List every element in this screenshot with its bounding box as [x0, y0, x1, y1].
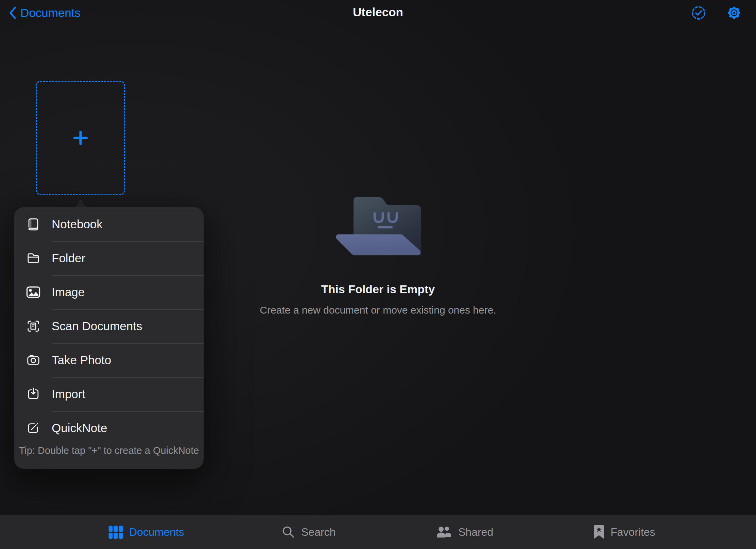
- search-icon: [281, 525, 295, 539]
- menu-item-label: Image: [52, 285, 85, 299]
- notebook-icon: [24, 217, 42, 231]
- tab-label: Favorites: [611, 526, 655, 538]
- tab-shared[interactable]: Shared: [436, 515, 493, 549]
- image-icon: [24, 286, 42, 299]
- new-document-tile[interactable]: [36, 81, 125, 195]
- tab-favorites[interactable]: Favorites: [593, 515, 655, 549]
- tab-bar: Documents Search Shared Favorite: [0, 515, 756, 549]
- menu-item-label: Import: [52, 387, 85, 401]
- menu-item-folder[interactable]: Folder: [14, 241, 204, 275]
- quicknote-icon: [24, 421, 42, 435]
- tab-label: Shared: [458, 526, 493, 538]
- empty-folder-illustration: [334, 196, 422, 258]
- settings-gear-icon[interactable]: [726, 5, 742, 22]
- tab-label: Documents: [129, 526, 184, 538]
- bookmark-star-icon: [593, 525, 605, 539]
- menu-item-quicknote[interactable]: QuickNote: [14, 411, 204, 445]
- tab-documents[interactable]: Documents: [108, 515, 184, 549]
- scan-documents-icon: [24, 319, 42, 333]
- menu-item-import[interactable]: Import: [14, 377, 204, 411]
- page-title: Utelecon: [0, 5, 756, 19]
- people-icon: [436, 525, 452, 539]
- menu-item-label: Folder: [52, 251, 85, 265]
- grid-icon: [108, 525, 123, 540]
- chevron-left-icon: [8, 6, 17, 20]
- menu-item-image[interactable]: Image: [14, 275, 204, 309]
- menu-item-take-photo[interactable]: Take Photo: [14, 343, 204, 377]
- import-icon: [24, 387, 42, 401]
- tab-search[interactable]: Search: [281, 515, 336, 549]
- back-button[interactable]: Documents: [8, 4, 81, 22]
- menu-item-label: QuickNote: [52, 421, 107, 435]
- back-button-label: Documents: [20, 6, 81, 20]
- menu-item-label: Take Photo: [52, 353, 111, 367]
- menu-item-label: Scan Documents: [52, 319, 142, 333]
- menu-item-scan-documents[interactable]: Scan Documents: [14, 309, 204, 343]
- plus-icon: [72, 130, 89, 146]
- select-checkmark-icon[interactable]: [691, 5, 706, 22]
- tab-label: Search: [301, 526, 336, 538]
- menu-item-notebook[interactable]: Notebook: [14, 207, 204, 241]
- folder-icon: [24, 251, 42, 265]
- menu-item-label: Notebook: [52, 217, 103, 231]
- menu-tip-text: Tip: Double tap "+" to create a QuickNot…: [14, 445, 204, 469]
- new-document-menu: Notebook Folder Image: [14, 207, 204, 469]
- camera-icon: [24, 353, 42, 367]
